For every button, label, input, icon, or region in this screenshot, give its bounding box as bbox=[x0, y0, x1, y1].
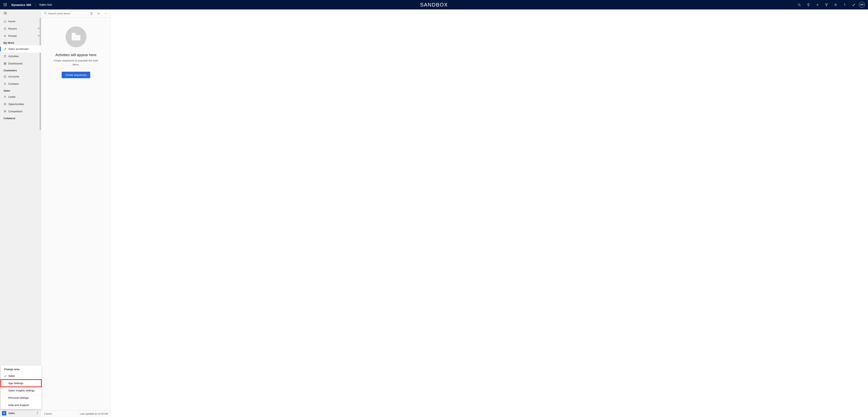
environment-label: SANDBOX bbox=[420, 0, 448, 9]
topbar-left: Dynamics 365 Sales Hub bbox=[2, 0, 52, 9]
worklist-sort-button[interactable] bbox=[95, 10, 102, 17]
area-popup-header: Change area bbox=[1, 366, 41, 372]
sidebar-item-leads[interactable]: Leads bbox=[0, 93, 41, 100]
svg-point-39 bbox=[44, 12, 46, 13]
svg-rect-24 bbox=[4, 62, 5, 63]
sidebar-item-label: Contacts bbox=[8, 82, 19, 85]
svg-point-17 bbox=[852, 5, 854, 6]
svg-line-10 bbox=[800, 5, 801, 6]
search-icon bbox=[44, 11, 47, 16]
area-option-label: App Settings bbox=[8, 382, 24, 385]
check-icon bbox=[4, 375, 8, 378]
app-shell: Home Recent Pinned My Work Sales acceler… bbox=[0, 9, 868, 417]
leads-icon bbox=[4, 95, 8, 98]
topbar-title[interactable]: Dynamics 365 bbox=[11, 3, 31, 6]
topbar-right: NR bbox=[795, 0, 866, 9]
area-switcher[interactable]: S Sales bbox=[0, 409, 41, 417]
sidebar-item-activities[interactable]: Activities bbox=[0, 53, 41, 60]
svg-rect-27 bbox=[5, 64, 6, 65]
funnel-icon bbox=[90, 12, 93, 15]
global-filter-button[interactable] bbox=[822, 0, 831, 9]
sidebar-item-label: Dashboards bbox=[8, 62, 23, 65]
sidebar-group-collateral: Collateral bbox=[0, 115, 41, 121]
area-option-personal-settings[interactable]: Personal settings bbox=[1, 394, 41, 401]
svg-rect-23 bbox=[4, 55, 6, 57]
search-button[interactable] bbox=[795, 0, 804, 9]
pin-icon bbox=[4, 34, 8, 37]
share-button[interactable] bbox=[849, 0, 858, 9]
area-option-sales[interactable]: Sales bbox=[1, 372, 41, 380]
sidebar-item-label: Home bbox=[8, 20, 16, 23]
funnel-icon bbox=[825, 3, 828, 6]
topbar-subtitle[interactable]: Sales Hub bbox=[39, 3, 52, 6]
area-option-help-support[interactable]: Help and Support bbox=[1, 401, 41, 409]
lightbulb-icon bbox=[807, 3, 810, 6]
gear-icon bbox=[834, 3, 837, 6]
more-icon bbox=[104, 12, 107, 15]
worklist-footer: 0 items Last updated at 10:29 AM bbox=[41, 410, 111, 417]
building-icon bbox=[4, 75, 8, 78]
svg-point-41 bbox=[104, 13, 105, 14]
sidebar-toggle-button[interactable] bbox=[4, 11, 7, 16]
sidebar-item-opportunities[interactable]: Opportunities bbox=[0, 100, 41, 108]
svg-rect-1 bbox=[5, 3, 5, 4]
worklist-more-button[interactable] bbox=[102, 10, 109, 17]
settings-button[interactable] bbox=[831, 0, 840, 9]
area-option-label: Sales Insights settings bbox=[8, 389, 35, 392]
svg-rect-25 bbox=[5, 62, 6, 63]
sidebar-item-recent[interactable]: Recent bbox=[0, 25, 41, 32]
sidebar-top bbox=[0, 9, 41, 18]
sidebar-item-accounts[interactable]: Accounts bbox=[0, 73, 41, 80]
svg-rect-4 bbox=[5, 4, 5, 5]
rocket-icon bbox=[4, 48, 8, 51]
svg-point-37 bbox=[4, 111, 5, 111]
sidebar-item-home[interactable]: Home bbox=[0, 18, 41, 25]
svg-point-47 bbox=[77, 38, 78, 38]
svg-point-45 bbox=[74, 38, 74, 38]
worklist-last-updated: Last updated at 10:29 AM bbox=[80, 413, 108, 415]
svg-rect-6 bbox=[4, 5, 4, 6]
plus-icon bbox=[816, 3, 819, 6]
checklist-icon bbox=[4, 55, 8, 58]
sidebar-item-label: Leads bbox=[8, 95, 16, 98]
help-button[interactable] bbox=[840, 0, 849, 9]
opportunity-icon bbox=[4, 102, 8, 106]
svg-point-43 bbox=[106, 13, 106, 14]
worklist-item-count: 0 items bbox=[44, 413, 52, 415]
create-sequences-button[interactable]: Create sequences bbox=[62, 72, 90, 78]
sidebar-item-label: Opportunities bbox=[8, 102, 24, 106]
svg-point-46 bbox=[75, 38, 76, 38]
empty-title: Activities will appear here bbox=[55, 53, 96, 57]
assistant-button[interactable] bbox=[804, 0, 813, 9]
user-avatar[interactable]: NR bbox=[859, 2, 865, 8]
worklist-filter-button[interactable] bbox=[88, 10, 95, 17]
sidebar-item-competitors[interactable]: Competitors bbox=[0, 108, 41, 115]
chevron-down-icon bbox=[37, 27, 40, 30]
worklist-search-input[interactable] bbox=[48, 11, 88, 16]
app-launcher-button[interactable] bbox=[2, 0, 9, 9]
topbar: Dynamics 365 Sales Hub SANDBOX NR bbox=[0, 0, 868, 9]
sidebar-item-label: Pinned bbox=[8, 34, 17, 37]
sidebar-item-pinned[interactable]: Pinned bbox=[0, 32, 41, 39]
waffle-icon bbox=[4, 3, 7, 6]
worklist-body: Activities will appear here Create seque… bbox=[41, 18, 111, 410]
svg-rect-28 bbox=[4, 76, 6, 78]
svg-rect-44 bbox=[72, 33, 75, 34]
sidebar-item-label: Accounts bbox=[8, 75, 19, 78]
new-button[interactable] bbox=[813, 0, 822, 9]
svg-rect-3 bbox=[4, 4, 4, 5]
hamburger-icon bbox=[4, 11, 7, 15]
sidebar-item-sales-accelerator[interactable]: Sales accelerator bbox=[0, 45, 41, 53]
sidebar-scroll: Home Recent Pinned My Work Sales acceler… bbox=[0, 18, 41, 409]
svg-rect-2 bbox=[6, 3, 7, 4]
sidebar-item-contacts[interactable]: Contacts bbox=[0, 80, 41, 87]
svg-rect-8 bbox=[6, 5, 7, 6]
svg-point-42 bbox=[105, 13, 106, 14]
area-option-sales-insights[interactable]: Sales Insights settings bbox=[1, 387, 41, 394]
sidebar-item-dashboards[interactable]: Dashboards bbox=[0, 60, 41, 67]
area-option-app-settings[interactable]: App Settings bbox=[1, 380, 41, 387]
area-option-label: Help and Support bbox=[8, 404, 29, 407]
empty-state-illustration bbox=[66, 26, 87, 47]
sidebar: Home Recent Pinned My Work Sales acceler… bbox=[0, 9, 41, 417]
sidebar-group-sales: Sales bbox=[0, 87, 41, 93]
